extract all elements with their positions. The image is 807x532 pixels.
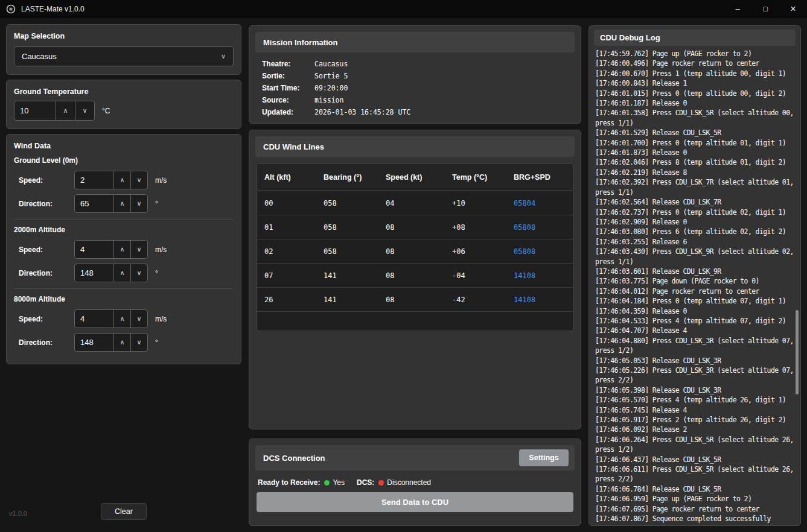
log-line: [17:46:06.437] Release CDU_LSK_5R <box>595 455 794 464</box>
wind-speed-input[interactable] <box>74 240 114 259</box>
spin-up-button[interactable]: ∧ <box>56 101 75 121</box>
table-cell-speed: 08 <box>386 271 452 280</box>
spin-down-button[interactable]: ∨ <box>130 171 148 189</box>
spin-up-button[interactable]: ∧ <box>113 309 131 328</box>
close-button[interactable]: × <box>779 0 807 18</box>
table-body: 00 058 04 +10 05804 01 058 08 +08 058 <box>257 191 573 312</box>
wind-speed-row: Speed: ∧ ∨ m/s <box>19 309 234 328</box>
mission-row-label: Theatre: <box>262 60 314 68</box>
spin-up-button[interactable]: ∧ <box>113 264 131 282</box>
wind-direction-input[interactable] <box>74 264 114 282</box>
table-cell-bearing: 141 <box>324 271 386 280</box>
wind-section: 8000m Altitude Speed: ∧ ∨ m/s Direction: <box>14 288 234 352</box>
log-line: [17:46:01.700] Press 0 (temp altitude 01… <box>595 138 794 148</box>
column-header: Temp (°C) <box>452 173 514 182</box>
log-line: [17:46:00.843] Release 1 <box>595 78 794 88</box>
mission-row: Updated: 2026-01-03 16:45:28 UTC <box>262 106 568 118</box>
direction-unit-label: ° <box>155 269 158 277</box>
wind-section: 2000m Altitude Speed: ∧ ∨ m/s Direction: <box>14 219 234 282</box>
log-line: [17:46:02.909] Release 0 <box>595 217 794 227</box>
spin-up-button[interactable]: ∧ <box>113 333 131 352</box>
log-line: [17:46:03.430] Press CDU_LSK_9R (select … <box>595 247 794 267</box>
wind-section-label: 2000m Altitude <box>14 226 234 234</box>
wind-data-panel: Wind Data Ground Level (0m) Speed: ∧ ∨ <box>6 134 241 364</box>
spin-down-button[interactable]: ∨ <box>130 240 148 259</box>
clear-button[interactable]: Clear <box>101 503 147 520</box>
table-row[interactable]: 00 058 04 +10 05804 <box>257 191 573 215</box>
log-line: [17:46:04.707] Release 4 <box>595 326 794 335</box>
maximize-button[interactable]: ▢ <box>751 0 779 18</box>
app-logo-icon <box>6 4 16 14</box>
wind-direction-row: Direction: ∧ ∨ ° <box>19 194 234 213</box>
wind-direction-spinner: ∧ ∨ <box>74 194 148 213</box>
log-line: [17:46:03.775] Page down (PAGE rocker to… <box>595 276 794 286</box>
version-label: v1.0.0 <box>9 510 27 517</box>
log-line: [17:46:04.880] Press CDU_LSK_3R (select … <box>595 336 794 356</box>
table-cell-temp: -04 <box>452 271 514 280</box>
spin-down-button[interactable]: ∨ <box>130 194 148 213</box>
log-line: [17:46:06.959] Page up (PAGE rocker to 2… <box>595 494 794 504</box>
settings-button[interactable]: Settings <box>519 449 569 466</box>
table-row[interactable]: 02 058 08 +06 05808 <box>257 239 573 264</box>
speed-label: Speed: <box>19 315 74 323</box>
speed-unit-label: m/s <box>155 245 167 254</box>
table-cell-bearing: 058 <box>324 223 386 232</box>
cdu-debug-log-header: CDU Debug Log <box>594 30 796 46</box>
table-row[interactable]: 01 058 08 +08 05808 <box>257 215 573 239</box>
cdu-wind-lines-title: CDU Wind Lines <box>263 142 324 151</box>
spin-up-button[interactable]: ∧ <box>113 194 131 213</box>
titlebar: LASTE-Mate v1.0.0 – ▢ × <box>0 0 807 18</box>
spin-up-button[interactable]: ∧ <box>113 171 131 189</box>
wind-speed-row: Speed: ∧ ∨ m/s <box>19 171 234 189</box>
table-cell-temp: +08 <box>452 223 514 232</box>
wind-speed-input[interactable] <box>74 309 114 328</box>
dcs-connection-title: DCS Connection <box>263 454 325 463</box>
table-cell-alt: 07 <box>264 271 324 280</box>
spin-down-button[interactable]: ∨ <box>130 264 148 282</box>
debug-log-body[interactable]: [17:45:59.762] Page up (PAGE rocker to 2… <box>589 46 800 524</box>
dcs-connection-header: DCS Connection Settings <box>255 445 575 470</box>
log-line: [17:46:06.784] Release CDU_LSK_5R <box>595 484 794 494</box>
table-cell-temp: +10 <box>452 199 514 207</box>
log-line: [17:46:01.187] Release 0 <box>595 98 794 108</box>
map-selection-panel: Map Selection Caucasus ∨ <box>6 24 241 75</box>
log-scrollbar-thumb[interactable] <box>796 310 799 394</box>
table-cell-speed: 08 <box>386 296 452 304</box>
table-row[interactable]: 07 141 08 -04 14108 <box>257 264 573 288</box>
log-line: [17:46:01.529] Release CDU_LSK_5R <box>595 128 794 138</box>
mission-row: Start Time: 09:20:00 <box>262 82 568 94</box>
spin-down-button[interactable]: ∨ <box>130 309 148 328</box>
log-line: [17:46:05.398] Release CDU_LSK_3R <box>595 385 794 395</box>
speed-label: Speed: <box>19 176 74 185</box>
direction-label: Direction: <box>19 338 74 347</box>
speed-unit-label: m/s <box>155 176 167 185</box>
spin-down-button[interactable]: ∨ <box>130 333 148 352</box>
log-line: [17:46:00.496] Page rocker return to cen… <box>595 59 794 68</box>
wind-direction-input[interactable] <box>74 194 114 213</box>
wind-speed-input[interactable] <box>74 171 114 189</box>
cdu-debug-log-panel: CDU Debug Log [17:45:59.762] Page up (PA… <box>589 25 801 526</box>
mission-info-title: Mission Information <box>263 38 338 47</box>
table-cell-temp: +06 <box>452 247 514 256</box>
dcs-status-row: Ready to Receive: Yes DCS: Disconnected <box>249 470 581 487</box>
dcs-connection-panel: DCS Connection Settings Ready to Receive… <box>249 439 581 526</box>
window-controls: – ▢ × <box>724 0 807 18</box>
table-row[interactable]: 26 141 08 -42 14108 <box>257 288 573 312</box>
wind-direction-input[interactable] <box>74 333 114 352</box>
ready-status-dot-icon <box>324 480 330 486</box>
spin-down-button[interactable]: ∨ <box>75 101 95 121</box>
table-cell-bearing: 141 <box>324 296 386 304</box>
log-line: [17:46:07.695] Page rocker return to cen… <box>595 504 794 514</box>
cdu-wind-lines-header: CDU Wind Lines <box>255 136 575 157</box>
spin-up-button[interactable]: ∧ <box>113 240 131 259</box>
table-cell-alt: 26 <box>264 296 324 304</box>
mission-info-body: Theatre: Caucasus Sortie: Sortie 5 Start… <box>249 52 581 124</box>
map-select[interactable]: Caucasus ∨ <box>14 46 234 66</box>
dcs-status-value: Disconnected <box>387 478 431 487</box>
minimize-button[interactable]: – <box>724 0 751 18</box>
dcs-label: DCS: <box>357 478 374 487</box>
ground-temperature-input[interactable] <box>14 101 56 121</box>
send-data-button[interactable]: Send Data to CDU <box>257 492 573 512</box>
log-line: [17:46:03.601] Release CDU_LSK_9R <box>595 267 794 276</box>
log-line: [17:46:02.564] Release CDU_LSK_7R <box>595 197 794 207</box>
